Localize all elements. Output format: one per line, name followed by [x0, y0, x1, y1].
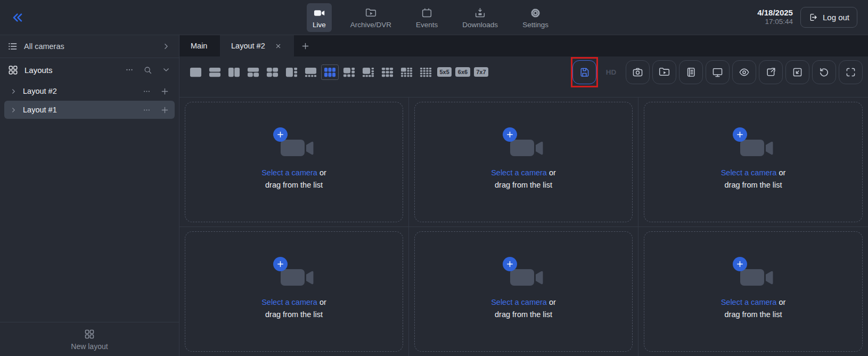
layout-3x3-button[interactable] [380, 66, 395, 79]
layout-1-plus-5-button[interactable] [341, 66, 357, 79]
drag-hint: drag from the list [261, 179, 326, 191]
chevron-right-icon[interactable] [9, 87, 18, 96]
tab-label: Main [191, 42, 207, 50]
video-camera-icon [313, 6, 325, 19]
chevron-right-icon[interactable] [9, 106, 18, 115]
layout-1-plus-4-icon [304, 66, 318, 78]
layout-add-button[interactable] [160, 86, 170, 96]
drag-hint: drag from the list [721, 179, 786, 191]
snapshot-button[interactable] [626, 60, 650, 84]
layout-2-cols-button[interactable] [226, 66, 242, 79]
tab-bar: MainLayout #2 [179, 35, 868, 56]
layout-2-rows-button[interactable] [207, 66, 223, 79]
layouts-more-button[interactable] [124, 64, 135, 75]
sidebar-layout-row-2[interactable]: Layout #1 [4, 101, 175, 119]
window-mode-button[interactable] [785, 60, 809, 84]
select-camera-link[interactable]: Select a camera [491, 298, 547, 306]
select-camera-link[interactable]: Select a camera [721, 298, 777, 306]
layout-1-plus-3-icon [284, 66, 299, 78]
select-camera-link[interactable]: Select a camera [261, 168, 317, 177]
layout-row-label: Layout #2 [23, 87, 57, 95]
layouts-section-header: Layouts [0, 58, 179, 82]
camera-tile-placeholder[interactable]: Select a camera or drag from the list [644, 231, 863, 352]
camera-placeholder-icon [503, 262, 544, 290]
camera-tile-placeholder[interactable]: Select a camera or drag from the list [185, 102, 403, 222]
nav-item-archive[interactable]: Archive/DVR [345, 3, 397, 32]
open-archive-button[interactable] [652, 60, 676, 84]
add-camera-plus-icon[interactable] [733, 257, 747, 271]
or-suffix: or [776, 168, 785, 177]
collapse-sidebar-button[interactable] [9, 9, 27, 27]
tab-layout-2[interactable]: Layout #2 [220, 35, 294, 56]
window-arrow-icon [791, 66, 804, 78]
layout-1-plus-7-button[interactable] [361, 66, 376, 79]
nav-item-live[interactable]: Live [307, 3, 332, 32]
nav-item-settings[interactable]: Settings [517, 3, 554, 32]
layout-1-plus-4-button[interactable] [303, 66, 318, 79]
tile-placeholder-text: Select a camera or drag from the list [491, 167, 556, 191]
nav-label: Settings [522, 21, 548, 29]
or-suffix: or [317, 168, 326, 177]
reload-view-button[interactable] [812, 60, 836, 84]
layout-2x2-button[interactable] [265, 66, 280, 79]
layouts-collapse-button[interactable] [161, 64, 171, 75]
layout-3x2-button[interactable] [322, 66, 338, 79]
folder-play-icon [365, 6, 377, 19]
layout-4x4-button[interactable] [418, 66, 433, 79]
layout-1-plus-12-icon [399, 66, 414, 78]
layout-1-plus-2-button[interactable] [245, 66, 261, 79]
new-layout-button[interactable]: New layout [0, 322, 179, 356]
camera-placeholder-icon [503, 133, 544, 160]
drag-hint: drag from the list [261, 309, 326, 320]
eye-icon [738, 66, 750, 78]
view-action-buttons: HD [572, 60, 863, 84]
layout-more-button[interactable] [142, 86, 152, 96]
layout-1-plus-3-button[interactable] [284, 66, 299, 79]
view-toolbar: 5x56x67x7 HD [179, 56, 868, 87]
events-journal-button[interactable] [679, 60, 703, 84]
close-icon[interactable] [274, 42, 283, 51]
layouts-search-button[interactable] [143, 65, 153, 75]
layout-1x1-button[interactable] [188, 66, 203, 79]
select-camera-link[interactable]: Select a camera [721, 168, 777, 177]
layout-3x2-icon [323, 66, 337, 78]
sidebar-layout-row-1[interactable]: Layout #2 [4, 82, 175, 100]
nav-item-events[interactable]: Events [410, 3, 444, 32]
layout-add-button[interactable] [160, 105, 170, 115]
add-tab-button[interactable] [294, 35, 317, 56]
logout-button[interactable]: Log out [800, 7, 857, 28]
select-camera-link[interactable]: Select a camera [491, 168, 547, 177]
grid-icon [84, 328, 95, 340]
camera-tile-placeholder[interactable]: Select a camera or drag from the list [414, 231, 633, 352]
logout-icon [808, 12, 818, 22]
sidebar: All cameras Layouts Layout #2Layout #1 N… [0, 35, 179, 356]
add-camera-plus-icon[interactable] [733, 127, 747, 142]
tile-placeholder-text: Select a camera or drag from the list [721, 296, 786, 320]
layout-6x6-button[interactable]: 6x6 [455, 67, 470, 77]
nav-item-downloads[interactable]: Downloads [456, 3, 504, 32]
display-mode-button[interactable] [706, 60, 730, 84]
tile-placeholder-text: Select a camera or drag from the list [721, 167, 786, 191]
select-camera-link[interactable]: Select a camera [261, 298, 317, 306]
nav-label: Downloads [462, 21, 498, 29]
sidebar-item-all-cameras[interactable]: All cameras [0, 35, 179, 58]
nav-label: Events [416, 21, 438, 29]
camera-cell: Select a camera or drag from the list [638, 98, 868, 227]
tab-main[interactable]: Main [179, 35, 220, 56]
layout-2-rows-icon [208, 66, 222, 78]
camera-tile-placeholder[interactable]: Select a camera or drag from the list [185, 231, 403, 352]
camera-tile-placeholder[interactable]: Select a camera or drag from the list [644, 102, 863, 222]
fullscreen-button[interactable] [839, 60, 863, 84]
camera-cell: Select a camera or drag from the list [179, 227, 409, 356]
layout-5x5-button[interactable]: 5x5 [437, 67, 452, 77]
save-layout-button[interactable] [572, 60, 596, 84]
layout-7x7-button[interactable]: 7x7 [474, 67, 488, 77]
view-options-button[interactable] [732, 60, 756, 84]
monitor-icon [711, 66, 724, 78]
layout-1-plus-12-button[interactable] [399, 66, 414, 79]
layout-3x3-icon [380, 66, 395, 78]
share-view-button[interactable] [759, 60, 783, 84]
layout-more-button[interactable] [142, 105, 152, 115]
chevron-right-icon[interactable] [161, 41, 171, 52]
camera-tile-placeholder[interactable]: Select a camera or drag from the list [414, 102, 633, 222]
